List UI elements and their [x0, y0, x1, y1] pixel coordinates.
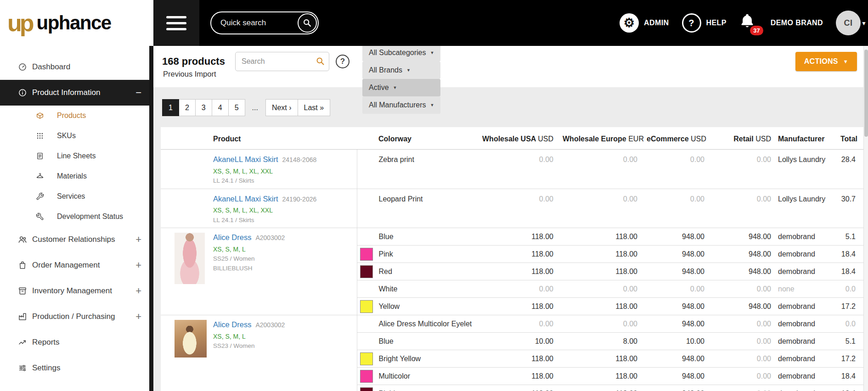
sidebar-item-customer-relationships[interactable]: Customer Relationships+: [0, 227, 153, 252]
retail-price: 948.00: [709, 228, 776, 246]
ecommerce-price: 10.00: [642, 333, 709, 350]
expand-icon[interactable]: +: [135, 260, 141, 270]
sidebar-item-settings[interactable]: Settings: [0, 355, 153, 381]
app-window: up uphance ⚙ ADMIN ? HELP 37: [0, 0, 868, 391]
main-content: 168 products ? All Seasons▼All Categorie…: [153, 46, 863, 391]
uphance-logo-icon: up: [7, 11, 32, 35]
product-info-cell: AkaneLL Maxi Skirt24148-2068XS, S, M, L,…: [212, 150, 357, 189]
page-button-2[interactable]: 2: [179, 99, 196, 116]
manufacturer-cell: demobrand: [776, 228, 836, 246]
expand-icon[interactable]: +: [135, 235, 141, 245]
sidebar-item-order-management[interactable]: Order Management+: [0, 252, 153, 278]
brand-selector[interactable]: DEMO BRAND: [771, 19, 823, 27]
wholesale-usa-price: 0.00: [455, 280, 558, 298]
retail-price: 0.00: [709, 350, 776, 368]
products-toolbar: 168 products ? All Seasons▼All Categorie…: [153, 46, 863, 87]
search-icon[interactable]: [316, 56, 325, 68]
ecommerce-price: 0.00: [642, 189, 709, 228]
table-header-row: Product Colorway Wholesale USA USD Whole…: [161, 127, 863, 150]
product-link[interactable]: Alice Dress: [213, 233, 251, 241]
last-page-button[interactable]: Last »: [298, 99, 331, 116]
admin-menu[interactable]: ⚙ ADMIN: [620, 13, 669, 33]
sidebar-item-dashboard[interactable]: Dashboard: [0, 54, 153, 80]
sidebar-item-reports[interactable]: Reports: [0, 330, 153, 355]
product-thumbnail[interactable]: [175, 320, 207, 357]
vertical-scrollbar[interactable]: [863, 46, 868, 391]
avatar[interactable]: CI: [836, 11, 861, 35]
inventory-icon: [17, 286, 28, 296]
brand-logo[interactable]: up uphance: [0, 0, 153, 46]
actions-button[interactable]: ACTIONS ▼: [795, 52, 857, 71]
retail-price: 948.00: [709, 263, 776, 280]
product-season-category: SS25 / Women: [213, 255, 353, 263]
filter-all-brands[interactable]: All Brands▼: [362, 61, 440, 79]
product-code: 24148-2068: [282, 156, 317, 163]
help-circle-icon[interactable]: ?: [336, 55, 349, 68]
filter-all-manufacturers[interactable]: All Manufacturers▼: [362, 96, 440, 114]
top-bar: up uphance ⚙ ADMIN ? HELP 37: [0, 0, 868, 46]
previous-import-link[interactable]: Previous Import: [163, 70, 216, 78]
column-header-colorway: Colorway: [357, 127, 455, 150]
topbar-actions: ⚙ ADMIN ? HELP 37 DEMO BRAND CI ▼: [620, 0, 861, 46]
wholesale-usa-price: 118.00: [455, 350, 558, 368]
sidebar-scrollbar[interactable]: [149, 46, 153, 391]
product-info-cell: Alice DressA2003002XS, S, M, LSS23 / Wom…: [212, 315, 357, 391]
search-icon: [302, 18, 312, 28]
sidebar-nav: DashboardProduct Information−ProductsSKU…: [0, 46, 153, 391]
ecommerce-price: 0.00: [642, 280, 709, 298]
user-menu[interactable]: CI ▼: [836, 11, 861, 35]
product-sizes: XS, S, M, L: [213, 245, 353, 253]
colorway-cell: Blue: [357, 228, 455, 246]
colorway-name: Yellow: [379, 302, 400, 311]
product-thumbnail[interactable]: [175, 233, 205, 284]
expand-icon[interactable]: +: [135, 312, 141, 322]
colorway-name: Leopard Print: [379, 194, 423, 204]
expand-icon[interactable]: +: [135, 286, 141, 296]
filter-all-subcategories[interactable]: All Subcategories▼: [362, 44, 440, 61]
colorway-cell: Red: [357, 263, 455, 280]
retail-price: 0.00: [709, 333, 776, 350]
wholesale-usa-price: 118.00: [455, 298, 558, 315]
page-button-3[interactable]: 3: [195, 99, 212, 116]
sidebar-item-materials[interactable]: Materials: [0, 166, 153, 186]
product-link[interactable]: AkaneLL Maxi Skirt: [213, 195, 278, 203]
retail-price: 0.00: [709, 368, 776, 385]
next-page-button[interactable]: Next ›: [265, 99, 298, 116]
quick-search-input[interactable]: [211, 18, 298, 28]
filter-active[interactable]: Active▼: [362, 79, 440, 96]
sidebar-item-products[interactable]: Products: [0, 106, 153, 126]
color-swatch: [360, 300, 373, 313]
notifications-button[interactable]: 37: [739, 12, 758, 34]
quick-search-button[interactable]: [298, 13, 317, 33]
total-cell: 18.4: [836, 263, 863, 280]
collapse-icon[interactable]: −: [135, 88, 141, 98]
colorway-name: Plaid: [379, 389, 395, 391]
sidebar-item-product-information[interactable]: Product Information−: [0, 80, 153, 106]
ecommerce-price: 948.00: [642, 368, 709, 385]
total-cell: 18.4: [836, 246, 863, 263]
sidebar-item-more[interactable]: [0, 381, 153, 391]
product-count: 168 products: [162, 56, 235, 67]
product-link[interactable]: AkaneLL Maxi Skirt: [213, 155, 278, 163]
column-header-ecommerce: eCommerce USD: [642, 127, 709, 150]
color-swatch: [360, 352, 373, 365]
sidebar-item-inventory-management[interactable]: Inventory Management+: [0, 278, 153, 304]
sidebar-item-line-sheets[interactable]: Line Sheets: [0, 146, 153, 166]
product-link[interactable]: Alice Dress: [213, 320, 251, 329]
sidebar-item-development-status[interactable]: Development Status: [0, 207, 153, 227]
help-menu[interactable]: ? HELP: [682, 13, 727, 33]
page-button-4[interactable]: 4: [212, 99, 229, 116]
page-button-1[interactable]: 1: [162, 99, 179, 116]
quick-search: [210, 11, 319, 34]
sidebar-item-services[interactable]: Services: [0, 186, 153, 207]
page-button-5[interactable]: 5: [228, 99, 245, 116]
line-sheets-icon: [35, 152, 45, 160]
hamburger-menu-icon[interactable]: [153, 0, 199, 46]
sidebar-item-production-purchasing[interactable]: Production / Purchasing+: [0, 304, 153, 330]
wholesale-usa-price: 118.00: [455, 385, 558, 391]
sidebar-item-skus[interactable]: SKUs: [0, 126, 153, 146]
manufacturer-cell: demobrand: [776, 368, 836, 385]
product-image-cell: [161, 315, 212, 391]
scrollbar-thumb[interactable]: [864, 50, 868, 137]
product-code: 24190-2026: [282, 196, 317, 203]
